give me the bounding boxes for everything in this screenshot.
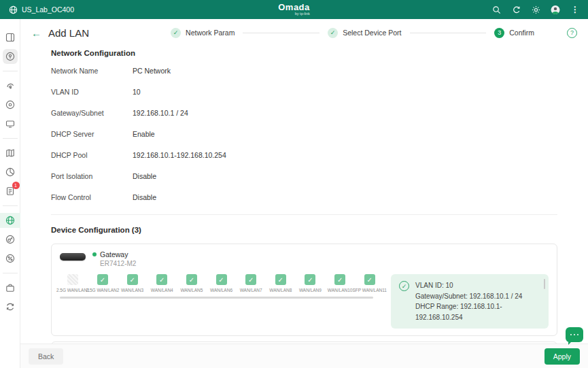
device-card-gateway: Gateway ER7412-M2 2.5G WAN/LAN1 (51, 244, 557, 336)
footer-action-bar: Back Apply (20, 344, 588, 368)
user-avatar[interactable] (551, 5, 560, 14)
port-check-icon: ✓ (127, 274, 138, 285)
chat-support-icon[interactable] (566, 327, 583, 342)
port-check-icon: ✓ (186, 274, 197, 285)
port-item[interactable]: ✓ WAN/LAN10 (327, 274, 353, 292)
config-row-vlan-id: VLAN ID 10 (51, 88, 557, 96)
port-item[interactable]: ✓ WAN/LAN6 (208, 274, 235, 292)
sidebar-item-site-map[interactable] (3, 49, 18, 64)
sidebar-item-access-point[interactable] (0, 78, 20, 93)
step-connector (243, 33, 319, 33)
port-check-icon: ✓ (364, 274, 375, 285)
page-content: Network Configuration Network Name PC Ne… (20, 46, 588, 368)
step-select-device-port: ✓ Select Device Port (328, 28, 401, 38)
gateway-device-image (60, 253, 86, 261)
port-check-icon: ✓ (216, 274, 227, 285)
device-header: Gateway ER7412-M2 (60, 250, 549, 267)
step-connector (410, 33, 487, 33)
logo-tagline: by tp-link (278, 12, 310, 16)
port-item[interactable]: ✓ WAN/LAN3 (119, 274, 145, 292)
port-unselected-box (67, 274, 78, 285)
vlan-summary-box: ✓ VLAN ID: 10 Gateway/Subnet: 192.168.10… (391, 274, 549, 329)
globe-icon (8, 5, 18, 14)
summary-dhcp-range: DHCP Range: 192.168.10.1-192.168.10.254 (415, 301, 540, 322)
left-sidebar: 1 (0, 19, 20, 368)
back-button[interactable]: Back (29, 348, 63, 365)
sidebar-item-gateway[interactable] (0, 116, 20, 131)
port-check-icon: ✓ (334, 274, 345, 285)
top-bar: US_Lab_OC400 Omada by tp-link (0, 0, 588, 19)
config-row-gateway-subnet: Gateway/Subnet 192.168.10.1 / 24 (51, 109, 557, 117)
sidebar-divider (3, 205, 18, 206)
sidebar-item-switch[interactable] (0, 97, 20, 112)
config-row-dhcp-server: DHCP Server Enable (51, 130, 557, 138)
refresh-icon[interactable] (511, 5, 521, 14)
network-config-heading: Network Configuration (51, 49, 557, 57)
port-check-icon: ✓ (156, 274, 167, 285)
sidebar-divider (3, 71, 18, 71)
port-item[interactable]: ✓ WAN/LAN5 (179, 274, 205, 292)
help-icon[interactable]: ? (567, 28, 577, 38)
config-row-flow-control: Flow Control Disable (51, 193, 557, 201)
device-name: Gateway (100, 250, 128, 258)
summary-vlan-id: VLAN ID: 10 (415, 280, 540, 291)
port-item[interactable]: 2.5G WAN/LAN1 (60, 274, 86, 292)
status-dot-connected (92, 252, 97, 256)
page-title: Add LAN (48, 27, 89, 39)
chat-dot (574, 334, 576, 336)
back-arrow-icon[interactable]: ← (31, 27, 41, 39)
step-number: 3 (494, 28, 504, 38)
topbar-actions: ⋮ (491, 5, 580, 14)
port-item[interactable]: ✓ 2.5G WAN/LAN2 (90, 274, 116, 292)
sidebar-item-toolbox[interactable] (0, 280, 20, 295)
apply-button[interactable]: Apply (544, 348, 580, 365)
port-item[interactable]: ✓ WAN/LAN7 (238, 274, 264, 292)
chat-dot (570, 334, 572, 336)
port-check-icon: ✓ (245, 274, 256, 285)
device-config-heading: Device Configuration (3) (51, 226, 557, 234)
sidebar-item-vpn[interactable] (0, 232, 20, 247)
sidebar-item-statistics[interactable] (0, 165, 20, 180)
ports-list: 2.5G WAN/LAN1 ✓ 2.5G WAN/LAN2 ✓ WAN/LAN3 (60, 274, 383, 292)
step-check-icon: ✓ (328, 28, 338, 38)
port-check-icon: ✓ (97, 274, 108, 285)
port-item[interactable]: ✓ SFP WAN/LAN11 (356, 274, 383, 292)
sidebar-divider (3, 138, 18, 139)
sidebar-item-map[interactable] (0, 146, 20, 161)
more-menu-icon[interactable]: ⋮ (570, 5, 580, 14)
chat-dot (577, 334, 579, 336)
sidebar-divider (3, 273, 18, 273)
port-item[interactable]: ✓ WAN/LAN4 (149, 274, 175, 292)
device-model: ER7412-M2 (100, 260, 136, 267)
config-row-dhcp-pool: DHCP Pool 192.168.10.1-192.168.10.254 (51, 151, 557, 159)
port-item[interactable]: ✓ WAN/LAN8 (267, 274, 294, 292)
summary-check-icon: ✓ (399, 281, 409, 291)
sidebar-item-security[interactable] (0, 251, 20, 266)
config-row-network-name: Network Name PC Network (51, 67, 557, 75)
sidebar-item-logs[interactable]: 1 (0, 184, 20, 199)
site-selector[interactable]: US_Lab_OC400 (8, 5, 74, 14)
sidebar-item-sync[interactable] (0, 299, 20, 314)
step-network-param: ✓ Network Param (171, 28, 235, 38)
main-panel: ← Add LAN ✓ Network Param ✓ Select Devic… (20, 19, 588, 368)
step-check-icon: ✓ (171, 28, 181, 38)
port-check-icon: ✓ (305, 274, 315, 285)
ports-block: 2.5G WAN/LAN1 ✓ 2.5G WAN/LAN2 ✓ WAN/LAN3 (60, 274, 383, 329)
site-name: US_Lab_OC400 (22, 5, 74, 14)
notification-badge: 1 (12, 182, 20, 189)
page-header: ← Add LAN ✓ Network Param ✓ Select Devic… (20, 19, 588, 46)
step-confirm: 3 Confirm (494, 28, 534, 38)
settings-icon[interactable] (531, 5, 540, 14)
port-item[interactable]: ✓ WAN/LAN9 (297, 274, 324, 292)
section-divider (51, 214, 557, 215)
wizard-stepper: ✓ Network Param ✓ Select Device Port 3 C… (171, 28, 534, 38)
summary-gateway-subnet: Gateway/Subnet: 192.168.10.1 / 24 (415, 291, 540, 302)
logo-title: Omada (278, 3, 310, 12)
vertical-scrollbar[interactable] (544, 279, 545, 289)
config-row-port-isolation: Port Isolation Disable (51, 172, 557, 180)
horizontal-scrollbar[interactable] (60, 297, 373, 299)
sidebar-item-wired-networks[interactable] (0, 213, 20, 228)
sidebar-item-panels[interactable] (0, 30, 20, 45)
omada-logo: Omada by tp-link (278, 3, 310, 16)
search-icon[interactable] (491, 5, 501, 14)
